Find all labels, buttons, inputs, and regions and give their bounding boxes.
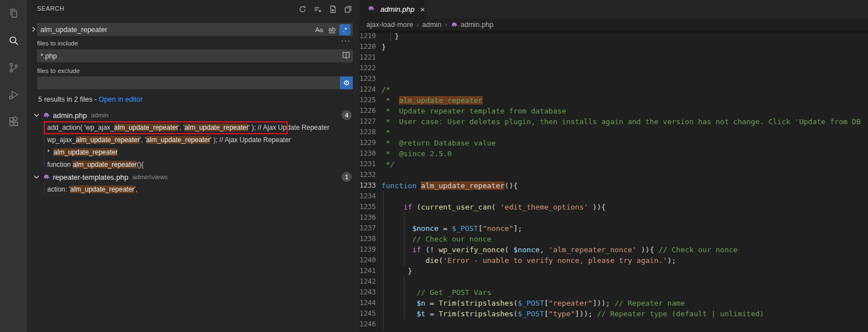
indent-guide <box>383 244 384 255</box>
line-number: 1241 <box>360 266 381 276</box>
indent-guide <box>404 276 405 287</box>
indent-guide <box>404 308 405 319</box>
exclude-settings-gear-icon[interactable]: ⚙ <box>340 76 353 89</box>
indent-guide <box>383 308 384 319</box>
code-line[interactable]: 1239 if (! wp_verify_nonce( $nonce, 'alm… <box>360 244 868 255</box>
code-line[interactable]: 1231 */ <box>360 159 868 170</box>
file-result-row[interactable]: admin.phpadmin4 <box>27 109 360 121</box>
line-number: 1237 <box>360 223 381 234</box>
breadcrumb-item[interactable]: admin.php <box>451 21 493 29</box>
code-line[interactable]: 1246 <box>360 319 868 330</box>
results-summary-text: 5 results in 2 files <box>38 95 93 103</box>
line-number: 1230 <box>360 148 381 159</box>
files-to-include-value: *.php <box>40 52 342 60</box>
close-icon[interactable]: × <box>420 5 425 13</box>
indent-guide <box>404 244 405 255</box>
indent-guide <box>390 31 391 42</box>
open-in-editor-icon[interactable] <box>343 4 353 14</box>
match-case-toggle[interactable]: Aa <box>313 24 325 35</box>
line-number: 1234 <box>360 191 381 202</box>
code-line[interactable]: 1226 * Update repeater template from dat… <box>360 106 868 116</box>
line-number: 1225 <box>360 95 381 106</box>
line-number: 1222 <box>360 63 381 74</box>
code-editor[interactable]: 1219 }1220}1221122212231224/*1225 * alm_… <box>360 31 868 332</box>
activity-bar <box>0 0 27 332</box>
code-line[interactable]: 1222 <box>360 63 868 74</box>
open-in-editor-link[interactable]: Open in editor <box>99 95 143 103</box>
search-input[interactable]: alm_update_repeater Aa ab .* <box>37 23 353 36</box>
code-line[interactable]: 1223 <box>360 74 868 84</box>
chevron-down-icon <box>33 173 40 181</box>
breadcrumb-item[interactable]: ajax-load-more <box>366 21 413 29</box>
activity-search-button[interactable] <box>0 27 27 54</box>
indent-guide <box>404 287 405 298</box>
code-line[interactable]: 1220} <box>360 42 868 52</box>
breadcrumb-item[interactable]: admin <box>422 21 442 29</box>
line-number: 1224 <box>360 84 381 95</box>
line-number: 1243 <box>360 287 381 298</box>
file-name: admin.php <box>53 111 87 120</box>
code-line[interactable]: 1221 <box>360 52 868 63</box>
code-line[interactable]: 1245 $t = Trim(stripslashes($_POST["type… <box>360 308 868 319</box>
regex-toggle[interactable]: .* <box>339 24 351 35</box>
code-line[interactable]: 1242 <box>360 276 868 287</box>
indent-guide <box>404 234 405 244</box>
match-row[interactable]: wp_ajax_alm_update_repeater', 'alm_updat… <box>27 134 360 146</box>
code-lines: 1219 }1220}1221122212231224/*1225 * alm_… <box>360 31 868 330</box>
whole-word-toggle[interactable]: ab <box>326 24 338 35</box>
code-line[interactable]: 1237 $nonce = $_POST["nonce"]; <box>360 223 868 234</box>
code-line[interactable]: 1229 * @return Database value <box>360 138 868 148</box>
open-editors-book-icon[interactable] <box>342 51 351 61</box>
new-search-editor-icon[interactable] <box>328 4 338 14</box>
line-number: 1235 <box>360 202 381 212</box>
match-row[interactable]: action: 'alm_update_repeater', <box>27 183 360 195</box>
files-to-include-input[interactable]: *.php <box>37 49 353 62</box>
code-line[interactable]: 1232 <box>360 170 868 180</box>
match-row[interactable]: * alm_update_repeater <box>27 146 360 158</box>
code-line[interactable]: 1234 <box>360 191 868 202</box>
line-number: 1236 <box>360 212 381 223</box>
line-number: 1219 <box>360 31 381 42</box>
line-number: 1246 <box>360 319 381 330</box>
line-number: 1223 <box>360 74 381 84</box>
line-number: 1220 <box>360 42 381 52</box>
refresh-icon[interactable] <box>297 4 307 14</box>
tab-file-icon <box>365 4 378 15</box>
code-line[interactable]: 1225 * alm_update_repeater <box>360 95 868 106</box>
match-row[interactable]: add_action( 'wp_ajax_alm_update_repeater… <box>27 121 360 134</box>
vscode-window: SEARCH alm_update_repeater Aa ab .* fil <box>0 0 868 332</box>
code-line[interactable]: 1235 if (current_user_can( 'edit_theme_o… <box>360 202 868 212</box>
code-line[interactable]: 1243 // Get _POST Vars <box>360 287 868 298</box>
match-row[interactable]: function alm_update_repeater(){ <box>27 158 360 171</box>
toggle-replace-chevron-icon[interactable] <box>30 25 38 33</box>
search-query: alm_update_repeater <box>40 26 312 34</box>
code-line[interactable]: 1227 * User case: User deletes plugin, t… <box>360 116 868 127</box>
code-line[interactable]: 1219 } <box>360 31 868 42</box>
line-number: 1229 <box>360 138 381 148</box>
code-line[interactable]: 1241 } <box>360 266 868 276</box>
activity-run-debug-button[interactable] <box>0 81 27 108</box>
code-line[interactable]: 1236 <box>360 212 868 223</box>
code-line[interactable]: 1233function alm_update_repeater(){ <box>360 180 868 191</box>
activity-source-control-button[interactable] <box>0 54 27 81</box>
files-icon <box>7 7 20 20</box>
indent-guide <box>404 223 405 234</box>
results-tree: admin.phpadmin4add_action( 'wp_ajax_alm_… <box>27 109 360 195</box>
toggle-search-details-icon[interactable]: ··· <box>341 36 351 45</box>
code-line[interactable]: 1238 // Check our nonce <box>360 234 868 244</box>
file-result-row[interactable]: repeater-templates.phpadmin\views1 <box>27 171 360 183</box>
php-icon <box>43 173 51 181</box>
code-line[interactable]: 1228 * <box>360 127 868 138</box>
activity-extensions-button[interactable] <box>0 108 27 135</box>
files-to-exclude-input[interactable]: ⚙ <box>37 76 353 89</box>
code-line[interactable]: 1240 die('Error - unable to verify nonce… <box>360 255 868 266</box>
code-line[interactable]: 1230 * @since 2.5.0 <box>360 148 868 159</box>
code-line[interactable]: 1244 $n = Trim(stripslashes($_POST["repe… <box>360 298 868 308</box>
clear-search-results-icon[interactable] <box>312 4 322 14</box>
php-icon <box>367 4 375 12</box>
code-line[interactable]: 1224/* <box>360 84 868 95</box>
tab-admin-php[interactable]: admin.php × <box>360 0 426 19</box>
file-name: repeater-templates.php <box>53 173 128 181</box>
activity-explorer-button[interactable] <box>0 0 27 27</box>
git-branch-icon <box>7 61 20 74</box>
